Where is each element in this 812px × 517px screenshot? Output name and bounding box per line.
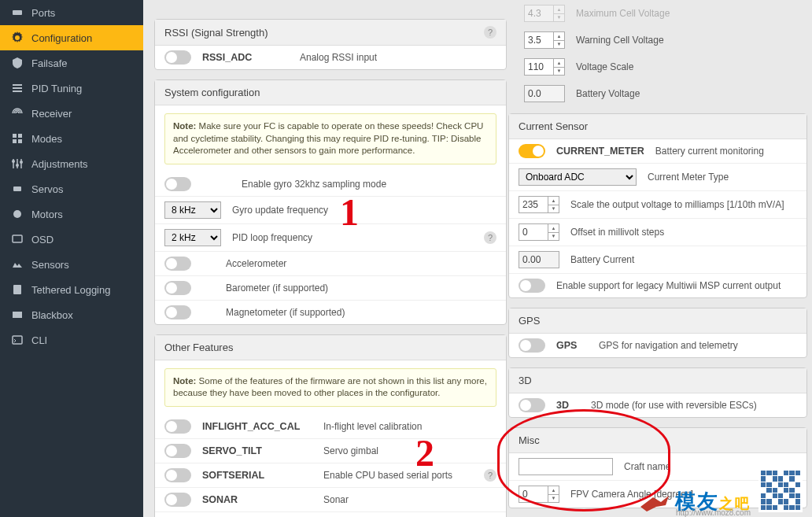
spinner-icon[interactable]: ▲▼ [553,6,564,21]
legacy-toggle[interactable] [519,279,545,293]
panel-title: System configuration [164,87,260,98]
feature-desc: GPS for navigation and telemetry [599,340,738,351]
help-icon[interactable]: ? [484,26,496,39]
three-d-panel: 3D 3D3D mode (for use with reversible ES… [508,367,807,418]
row-desc: Voltage Scale [576,61,633,72]
three-d-toggle[interactable] [519,398,545,412]
sidebar-item-adjustments[interactable]: Adjustments [0,151,143,176]
sidebar-item-failsafe[interactable]: Failsafe [0,50,143,76]
annotation-one: 1 [340,190,359,234]
scale-row: 235▲▼Scale the output voltage to milliam… [509,191,806,219]
sidebar-item-motors[interactable]: Motors [0,201,143,227]
currmeter-toggle[interactable] [519,144,545,158]
svg-rect-3 [13,139,17,143]
gyro-update-row: 8 kHzGyro update frequency [155,197,506,224]
right-column: 4.3▲▼Maximum Cell Voltage 3.5▲▼Warning C… [508,0,807,517]
batvolt-readout: 0.0 [524,85,565,102]
feature-name: CURRENT_METER [556,146,644,157]
sidebar-label: Sensors [31,259,69,271]
sidebar-label: Tethered Logging [31,284,110,296]
feature-desc: 3D mode (for use with reversible ESCs) [591,400,757,411]
mag-toggle[interactable] [164,305,191,319]
cli-icon [11,334,24,346]
pid-loop-select[interactable]: 2 kHz [164,229,221,246]
sidebar-item-tethered[interactable]: Tethered Logging [0,277,143,302]
spinner-icon[interactable]: ▲▼ [553,32,564,48]
feature-desc: Sonar [323,494,349,505]
svg-rect-11 [13,285,21,294]
inflight-toggle[interactable] [164,419,191,434]
rssi-header: RSSI (Signal Strength)? [155,20,506,46]
feature-name: SOFTSERIAL [202,470,312,481]
rssi-adc-toggle[interactable] [164,50,191,65]
panel-title: RSSI (Signal Strength) [164,27,268,39]
sidebar-item-osd[interactable]: OSD [0,227,143,252]
annotation-two: 2 [415,431,434,475]
sidebar-item-sensors[interactable]: Sensors [0,252,143,277]
craftname-input[interactable] [519,458,613,475]
gyro-update-select[interactable]: 8 kHz [164,201,221,219]
motors-icon [11,208,24,220]
sidebar-item-servos[interactable]: Servos [0,176,143,201]
panel-title: GPS [519,315,540,327]
scale-input[interactable]: 235▲▼ [519,196,559,213]
voltscale-row: 110▲▼Voltage Scale [515,54,801,80]
feature-desc: Battery current monitoring [655,146,764,157]
row-desc: Battery Voltage [576,88,640,99]
accel-toggle[interactable] [164,257,191,271]
sidebar-item-pid[interactable]: PID Tuning [0,76,143,101]
svg-point-6 [16,164,19,167]
row-desc: Current Meter Type [648,172,729,183]
three-d-row: 3D3D mode (for use with reversible ESCs) [509,393,806,417]
metertype-select[interactable]: Onboard ADC [519,168,637,186]
sonar-toggle[interactable] [164,493,191,507]
sidebar-label: CLI [31,334,47,346]
sidebar-label: Adjustments [31,158,88,170]
sidebar-item-receiver[interactable]: Receiver [0,101,143,126]
spinner-icon[interactable]: ▲▼ [548,224,559,240]
telemetry-row: TELEMETRYTelemetry output? [155,512,506,517]
current-header: Current Sensor [509,114,806,139]
feature-name: GPS [556,340,588,351]
help-icon[interactable]: ? [484,231,496,244]
sidebar-item-cli[interactable]: CLI [0,327,143,353]
offset-input[interactable]: 0▲▼ [519,223,559,241]
warncell-input[interactable]: 3.5▲▼ [524,31,565,49]
fpv-input[interactable]: 0▲▼ [519,486,559,503]
feature-name: SERVO_TILT [202,445,312,456]
row-desc: Gyro update frequency [232,205,328,216]
watermark-url: http://www.moz8.com [676,508,751,517]
baro-toggle[interactable] [164,281,191,295]
sidebar-label: Blackbox [31,309,73,321]
spinner-icon[interactable]: ▲▼ [548,197,559,212]
row-desc: Warning Cell Voltage [576,35,664,46]
svg-rect-12 [13,312,22,318]
ports-icon [11,6,24,19]
system-header: System configuration [155,80,506,105]
svg-point-5 [12,160,15,163]
sidebar-label: OSD [31,234,54,246]
row-desc: Scale the output voltage to milliamps [1… [570,199,784,210]
blackbox-icon [11,308,24,321]
log-icon [11,283,24,296]
sidebar-item-ports[interactable]: Ports [0,0,143,25]
gps-toggle[interactable] [519,338,545,353]
softserial-toggle[interactable] [164,468,191,482]
sonar-row: SONARSonar [155,488,506,512]
spinner-icon[interactable]: ▲▼ [553,59,564,75]
sidebar-label: Motors [31,209,63,220]
gear-icon [11,31,24,44]
gyro32khz-toggle[interactable] [164,177,191,191]
help-icon[interactable]: ? [484,469,496,482]
other-panel: Other Features Note: Some of the feature… [154,334,507,517]
servotilt-toggle[interactable] [164,444,191,458]
sidebar-item-modes[interactable]: Modes [0,126,143,151]
spinner-icon[interactable]: ▲▼ [548,486,559,502]
maxcell-input[interactable]: 4.3▲▼ [524,5,565,22]
svg-rect-8 [13,186,21,191]
inflight-row: INFLIGHT_ACC_CALIn-flight level calibrat… [155,415,506,439]
maxcell-row: 4.3▲▼Maximum Cell Voltage [515,0,801,27]
sidebar-item-blackbox[interactable]: Blackbox [0,302,143,327]
voltscale-input[interactable]: 110▲▼ [524,58,565,76]
sidebar-item-configuration[interactable]: Configuration [0,25,143,50]
